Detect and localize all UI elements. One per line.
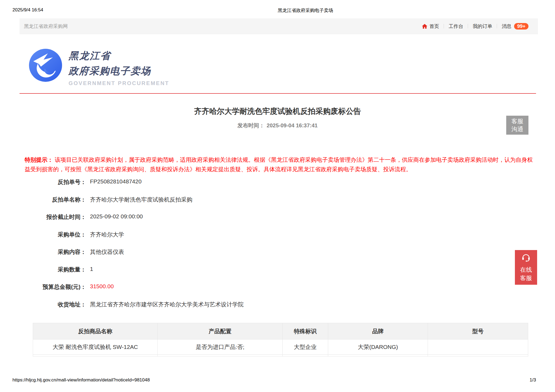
field-row-bid-name: 反拍单名称： 齐齐哈尔大学耐洗色牢度试验机反拍采购	[0, 196, 555, 204]
headset-icon	[521, 252, 531, 263]
nav-item-home[interactable]: 首页	[422, 23, 444, 30]
field-value: 黑龙江省齐齐哈尔市建华区齐齐哈尔大学美术与艺术设计学院	[90, 301, 522, 308]
cell-model	[428, 339, 528, 355]
site-logo[interactable]: 黑龙江省 政府采购电子卖场 GOVERNMENT PROCUREMENT	[28, 49, 169, 86]
nav-menu: 首页 工作台 我的订单 消息 99+	[422, 23, 533, 30]
nav-item-messages[interactable]: 消息 99+	[497, 23, 533, 30]
online-cs-label-1: 在线	[520, 265, 532, 274]
field-row-quantity: 采购数量： 1	[0, 266, 555, 274]
red-divider	[20, 93, 536, 94]
message-count-badge[interactable]: 99+	[514, 23, 528, 30]
nav-item-label: 我的订单	[473, 23, 492, 30]
cell-special-mark: 大型企业	[283, 339, 328, 355]
logo-line3: GOVERNMENT PROCUREMENT	[69, 80, 169, 86]
field-value: FP25082810487420	[90, 178, 522, 185]
nav-item-label: 首页	[429, 23, 439, 30]
col-header-brand: 品牌	[328, 323, 428, 339]
print-footer-page-number: 1/3	[530, 377, 536, 383]
nav-item-workbench[interactable]: 工作台	[444, 23, 468, 30]
field-row-address: 收货地址： 黑龙江省齐齐哈尔市建华区齐齐哈尔大学美术与艺术设计学院	[0, 301, 555, 309]
col-header-special-mark: 特殊标识	[283, 323, 328, 339]
field-row-bid-number: 反拍单号： FP25082810487420	[0, 178, 555, 186]
nav-item-label: 消息	[502, 23, 511, 30]
customer-service-chat-button[interactable]: 客服 沟通	[506, 116, 528, 135]
field-label: 采购内容：	[0, 248, 86, 256]
print-datetime: 2025/9/4 16:54	[12, 7, 43, 13]
field-value: 齐齐哈尔大学	[90, 231, 522, 238]
table-header-row: 反拍商品名称 产品配置 特殊标识 品牌 型号	[33, 323, 528, 339]
col-header-configuration: 产品配置	[158, 323, 283, 339]
publish-time-label: 发布时间：	[237, 122, 264, 128]
field-label: 反拍单名称：	[0, 196, 86, 203]
field-label: 反拍单号：	[0, 178, 86, 186]
field-label: 收货地址：	[0, 301, 86, 308]
site-name[interactable]: 黑龙江省政府采购网	[24, 23, 68, 30]
print-document-title: 黑龙江省政府采购电子卖场	[278, 7, 333, 14]
field-row-budget: 预算总金额(元)： 31500.00	[0, 283, 555, 291]
top-navbar: 黑龙江省政府采购网 首页 工作台 我的订单 消息 99+	[20, 18, 538, 34]
cs-chat-label-1: 客服	[506, 117, 528, 125]
field-value: 其他仪器仪表	[90, 248, 522, 256]
publish-time-value: 2025-09-04 16:37:41	[267, 122, 318, 128]
online-customer-service-button[interactable]: 在线 客服	[515, 250, 537, 285]
field-label: 采购数量：	[0, 266, 86, 273]
logo-text: 黑龙江省 政府采购电子卖场 GOVERNMENT PROCUREMENT	[69, 49, 169, 86]
logo-dragon-icon	[28, 49, 63, 82]
cell-brand: 大荣(DARONG)	[328, 339, 428, 355]
table-row-cutoff	[33, 355, 528, 357]
logo-line2: 政府采购电子卖场	[69, 64, 169, 78]
page-title: 齐齐哈尔大学耐洗色牢度试验机反拍采购废标公告	[0, 106, 555, 116]
logo-line1: 黑龙江省	[69, 49, 169, 63]
field-value: 齐齐哈尔大学耐洗色牢度试验机反拍采购	[90, 196, 522, 203]
special-notice-text: 该项目已关联政府采购计划，属于政府采购范畴，适用政府采购相关法律法规。根据《黑龙…	[25, 157, 533, 172]
field-row-deadline: 报价截止时间： 2025-09-02 09:00:00	[0, 213, 555, 221]
home-icon	[422, 23, 428, 29]
cell-configuration: 是否为进口产品:否;	[158, 339, 283, 355]
field-row-purchaser: 采购单位： 齐齐哈尔大学	[0, 231, 555, 239]
special-notice-prefix: 特别提示：	[25, 157, 53, 163]
field-label: 预算总金额(元)：	[0, 283, 86, 291]
product-table: 反拍商品名称 产品配置 特殊标识 品牌 型号 大荣 耐洗色牢度试验机 SW-12…	[33, 323, 528, 357]
special-notice: 特别提示：该项目已关联政府采购计划，属于政府采购范畴，适用政府采购相关法律法规。…	[25, 155, 534, 174]
col-header-product-name: 反拍商品名称	[33, 323, 158, 339]
nav-item-label: 工作台	[448, 23, 463, 30]
field-value: 1	[90, 266, 522, 272]
print-footer-url: https://hljcg.hlj.gov.cn/mall-view/infor…	[12, 377, 150, 383]
field-value: 2025-09-02 09:00:00	[90, 213, 522, 220]
field-label: 采购单位：	[0, 231, 86, 238]
cell-product-name: 大荣 耐洗色牢度试验机 SW-12AC	[33, 339, 158, 355]
table-row: 大荣 耐洗色牢度试验机 SW-12AC 是否为进口产品:否; 大型企业 大荣(D…	[33, 339, 528, 355]
col-header-model: 型号	[428, 323, 528, 339]
cs-chat-label-2: 沟通	[506, 125, 528, 133]
field-row-content: 采购内容： 其他仪器仪表	[0, 248, 555, 256]
nav-item-orders[interactable]: 我的订单	[468, 23, 497, 30]
field-label: 报价截止时间：	[0, 213, 86, 221]
online-cs-label-2: 客服	[520, 274, 532, 282]
publish-time-line: 发布时间：2025-09-04 16:37:41	[0, 122, 555, 129]
field-value-budget: 31500.00	[90, 283, 522, 290]
